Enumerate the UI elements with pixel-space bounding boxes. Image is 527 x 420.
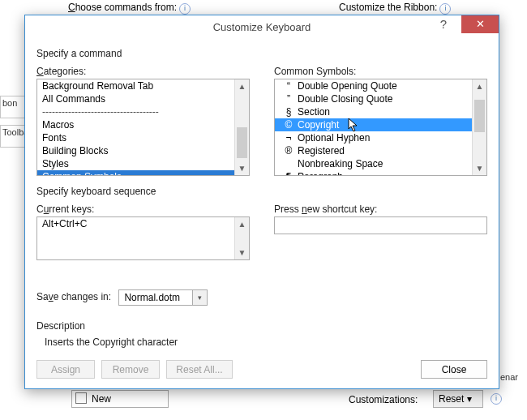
new-checkbox-row[interactable]: New (71, 390, 169, 408)
scroll-thumb[interactable] (237, 127, 247, 158)
category-item[interactable]: Background Removal Tab (37, 79, 249, 92)
scrollbar[interactable]: ▲ ▼ (234, 217, 249, 259)
specify-sequence-label: Specify keyboard sequence (36, 186, 487, 197)
symbols-listbox[interactable]: “Double Opening Quote”Double Closing Quo… (274, 79, 487, 176)
symbol-item[interactable]: ”Double Closing Quote (275, 92, 486, 105)
symbol-item[interactable]: “Double Opening Quote (275, 79, 486, 92)
toolbar-tab-frag[interactable]: Toolba (0, 125, 28, 148)
save-changes-label: Save changes in: (36, 291, 111, 302)
titlebar: Customize Keyboard ? ✕ (25, 15, 499, 40)
ribbon-tab-frag[interactable]: bon (0, 96, 28, 118)
category-item[interactable]: Building Blocks (37, 144, 249, 157)
scroll-down-icon[interactable]: ▼ (235, 161, 249, 175)
checkbox-icon[interactable] (75, 392, 87, 404)
chevron-down-icon[interactable]: ▾ (192, 290, 207, 305)
symbol-item[interactable]: ©Copyright (275, 118, 486, 131)
symbol-item[interactable]: ®Registered (275, 144, 486, 157)
category-item[interactable]: All Commands (37, 92, 249, 105)
description-label: Description (36, 320, 487, 332)
category-item[interactable]: Styles (37, 157, 249, 170)
symbol-item[interactable]: §Section (275, 105, 486, 118)
description-text: Inserts the Copyright character (45, 336, 487, 348)
new-shortcut-input[interactable] (274, 216, 487, 234)
specify-command-label: Specify a command (36, 48, 487, 59)
symbol-item[interactable]: Nonbreaking Space (275, 157, 486, 170)
symbol-item[interactable]: ¬Optional Hyphen (275, 131, 486, 144)
categories-listbox[interactable]: Background Removal TabAll Commands------… (36, 79, 250, 176)
category-item[interactable]: Fonts (37, 131, 249, 144)
reset-button[interactable]: Reset ▾ (433, 390, 483, 408)
category-item[interactable]: ------------------------------------ (37, 105, 249, 118)
info-icon: i (491, 393, 502, 405)
scroll-up-icon[interactable]: ▲ (235, 217, 249, 231)
symbol-item[interactable]: ¶Paragraph (275, 170, 486, 176)
customize-keyboard-dialog: Customize Keyboard ? ✕ Specify a command… (24, 15, 499, 389)
scroll-down-icon[interactable]: ▼ (473, 161, 486, 175)
customize-ribbon-label: Customize the Ribbon:i (339, 2, 451, 15)
choose-commands-label: Choose commands from:i (68, 2, 191, 15)
current-keys-listbox[interactable]: Alt+Ctrl+C ▲ ▼ (36, 216, 250, 260)
current-keys-label: Current keys: (36, 204, 250, 215)
customizations-label: Customizations: (349, 394, 418, 405)
category-item[interactable]: Common Symbols (37, 170, 249, 176)
save-changes-combo[interactable]: Normal.dotm ▾ (118, 289, 208, 306)
scroll-down-icon[interactable]: ▼ (235, 246, 249, 259)
scroll-up-icon[interactable]: ▲ (235, 79, 249, 93)
rename-frag: enar (500, 372, 518, 382)
info-icon: i (439, 3, 451, 15)
scrollbar[interactable]: ▲ ▼ (234, 79, 249, 175)
assign-button: Assign (36, 360, 95, 379)
category-item[interactable]: Macros (37, 118, 249, 131)
scroll-up-icon[interactable]: ▲ (473, 79, 486, 93)
categories-label: Categories: (36, 66, 250, 77)
info-icon: i (179, 3, 191, 15)
press-new-label: Press new shortcut key: (274, 204, 487, 215)
scrollbar[interactable]: ▲ ▼ (472, 79, 486, 175)
reset-all-button[interactable]: Reset All... (166, 360, 233, 379)
close-button[interactable]: ✕ (461, 15, 499, 33)
symbols-label: Common Symbols: (274, 66, 487, 77)
close-icon: ✕ (476, 18, 485, 30)
scroll-thumb[interactable] (474, 100, 485, 132)
current-key-item[interactable]: Alt+Ctrl+C (37, 217, 249, 230)
close-button[interactable]: Close (421, 360, 487, 379)
remove-button: Remove (101, 360, 160, 379)
help-button[interactable]: ? (426, 15, 461, 33)
